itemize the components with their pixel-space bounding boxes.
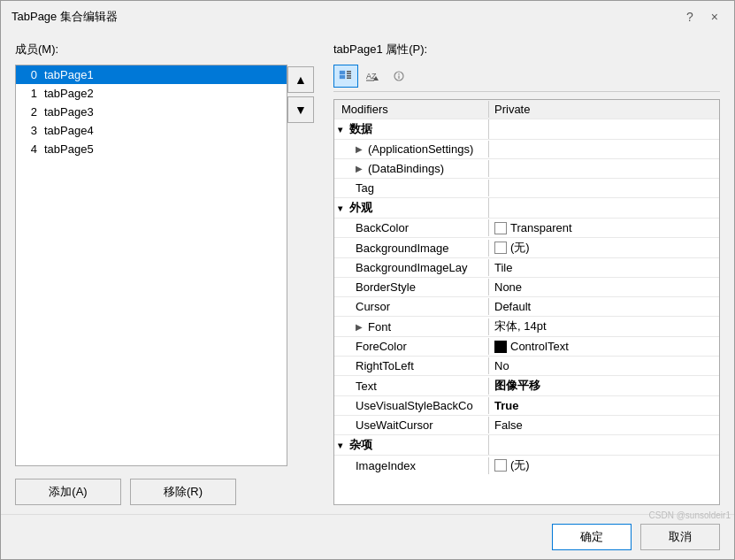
prop-row[interactable]: ▾杂项 [334, 435, 719, 456]
section-chevron-icon: ▾ [338, 125, 342, 134]
confirm-button[interactable]: 确定 [552, 524, 632, 550]
prop-value: None [489, 279, 719, 295]
color-swatch [494, 242, 507, 254]
svg-rect-0 [340, 71, 345, 74]
list-and-arrows: 0tabPage11tabPage22tabPage33tabPage44tab… [15, 65, 316, 466]
move-down-button[interactable]: ▼ [287, 96, 314, 123]
prop-row[interactable]: UseWaitCursor False [334, 416, 719, 435]
prop-row[interactable]: ▶(ApplicationSettings) [334, 140, 719, 159]
categorized-view-button[interactable] [333, 65, 358, 88]
prop-row[interactable]: RightToLeft No [334, 357, 719, 376]
members-list[interactable]: 0tabPage11tabPage22tabPage33tabPage44tab… [15, 65, 287, 466]
prop-value: 宋体, 14pt [489, 317, 719, 336]
prop-row[interactable]: BorderStyle None [334, 278, 719, 297]
section-header-name: ▾外观 [334, 198, 489, 218]
list-item[interactable]: 1tabPage2 [16, 84, 287, 103]
prop-name: ▶(DataBindings) [334, 160, 489, 177]
svg-rect-2 [347, 71, 351, 73]
prop-value: Private [489, 101, 719, 118]
prop-name: BackColor [334, 219, 489, 236]
expand-arrow-icon[interactable]: ▶ [356, 164, 363, 173]
prop-value [489, 148, 719, 151]
prop-row[interactable]: BackColor Transparent [334, 219, 719, 238]
section-chevron-icon: ▾ [338, 203, 342, 213]
title-bar: TabPage 集合编辑器 ? × [1, 1, 734, 33]
prop-name: ForeColor [334, 338, 489, 355]
svg-rect-4 [347, 75, 351, 77]
list-item-name: tabPage2 [44, 87, 94, 100]
title-bar-controls: ? × [681, 8, 724, 26]
left-panel: 成员(M): 0tabPage11tabPage22tabPage33tabPa… [15, 42, 316, 505]
prop-value: (无) [489, 456, 719, 475]
move-up-button[interactable]: ▲ [287, 66, 314, 93]
list-item-index: 4 [21, 142, 37, 156]
prop-row[interactable]: ▾外观 [334, 198, 719, 219]
properties-table: Modifiers Private ▾数据 ▶(ApplicationSetti… [333, 99, 720, 505]
prop-name: Cursor [334, 298, 489, 315]
prop-value: 图像平移 [489, 376, 719, 395]
members-label: 成员(M): [15, 42, 316, 58]
prop-row[interactable]: Cursor Default [334, 297, 719, 317]
list-item[interactable]: 0tabPage1 [16, 65, 287, 84]
list-item-index: 3 [21, 124, 37, 137]
prop-row[interactable]: ▾数据 [334, 119, 719, 140]
expand-arrow-icon[interactable]: ▶ [356, 322, 363, 332]
reorder-buttons: ▲ ▼ [287, 65, 316, 466]
prop-row[interactable]: ▶(DataBindings) [334, 159, 719, 179]
prop-row[interactable]: BackgroundImage (无) [334, 238, 719, 258]
properties-label: tabPage1 属性(P): [333, 42, 720, 58]
prop-value: ControlText [489, 338, 719, 355]
prop-name: Modifiers [334, 101, 489, 118]
prop-name: BackgroundImageLay [334, 259, 489, 276]
prop-name: ImageIndex [334, 457, 489, 474]
help-button[interactable]: ? [681, 8, 699, 26]
remove-button[interactable]: 移除(R) [130, 479, 236, 505]
svg-rect-3 [347, 73, 351, 75]
prop-name: BackgroundImage [334, 240, 489, 257]
property-pages-button[interactable] [387, 65, 411, 88]
prop-value [489, 187, 719, 190]
prop-row[interactable]: ▶Font 宋体, 14pt [334, 317, 719, 337]
prop-value [489, 167, 719, 171]
prop-name: ▶Font [334, 318, 489, 335]
list-item-name: tabPage1 [44, 68, 94, 81]
prop-row[interactable]: BackgroundImageLay Tile [334, 258, 719, 278]
close-button[interactable]: × [706, 8, 724, 26]
list-item-name: tabPage5 [44, 142, 94, 156]
list-item-index: 1 [21, 87, 37, 100]
alphabetical-view-button[interactable]: AZ [360, 65, 385, 88]
dialog-footer: 确定 取消 [1, 514, 734, 559]
expand-arrow-icon[interactable]: ▶ [356, 144, 363, 154]
color-swatch [494, 459, 507, 472]
right-panel: tabPage1 属性(P): AZ [333, 42, 720, 505]
list-item[interactable]: 3tabPage4 [16, 121, 287, 140]
section-header-name: ▾数据 [334, 119, 489, 139]
color-swatch [494, 222, 507, 234]
list-item[interactable]: 2tabPage3 [16, 103, 287, 121]
prop-row[interactable]: Text 图像平移 [334, 376, 719, 396]
prop-name: RightToLeft [334, 357, 489, 374]
prop-row[interactable]: Modifiers Private [334, 100, 719, 119]
prop-row[interactable]: ForeColor ControlText [334, 337, 719, 357]
section-chevron-icon: ▾ [338, 441, 342, 450]
section-header-name: ▾杂项 [334, 435, 489, 455]
prop-value: Tile [489, 259, 719, 276]
svg-rect-5 [347, 78, 351, 80]
section-header-value [489, 443, 719, 447]
list-item-name: tabPage3 [44, 105, 94, 119]
add-button[interactable]: 添加(A) [15, 479, 121, 505]
color-swatch [494, 341, 507, 353]
list-item-index: 0 [21, 68, 37, 81]
svg-rect-1 [340, 75, 345, 79]
prop-value: (无) [489, 238, 719, 257]
list-item[interactable]: 4tabPage5 [16, 140, 287, 158]
prop-row[interactable]: ImageIndex (无) [334, 456, 719, 475]
cancel-button[interactable]: 取消 [640, 524, 720, 550]
prop-row[interactable]: UseVisualStyleBackCo True [334, 396, 719, 416]
prop-name: BorderStyle [334, 279, 489, 295]
prop-row[interactable]: Tag [334, 179, 719, 198]
properties-toolbar: AZ [333, 65, 720, 92]
list-item-name: tabPage4 [44, 124, 94, 137]
prop-name: Tag [334, 180, 489, 196]
prop-value: No [489, 357, 719, 374]
